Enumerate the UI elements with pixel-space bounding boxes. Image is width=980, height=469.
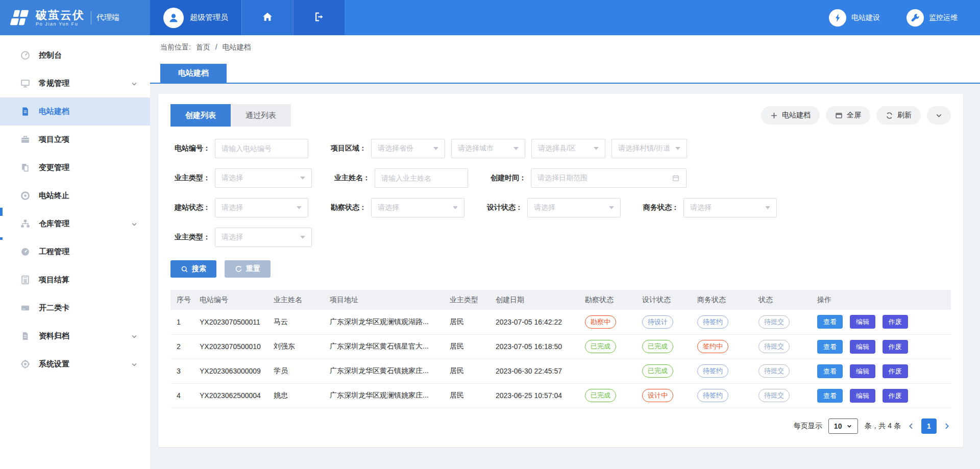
owner-name-input[interactable] xyxy=(375,168,468,188)
per-page-select[interactable]: 10 xyxy=(828,418,859,434)
status-badge: 设计中 xyxy=(642,389,673,402)
edit-button[interactable]: 编辑 xyxy=(850,389,875,403)
col-header: 业主类型 xyxy=(444,290,489,310)
search-icon xyxy=(181,265,188,273)
sidebar-item-label: 项目立项 xyxy=(39,135,69,144)
sidebar-item-station-termination[interactable]: 电站终止 xyxy=(0,182,150,210)
station-no-input[interactable] xyxy=(215,139,308,158)
invalidate-button[interactable]: 作废 xyxy=(883,364,908,378)
status-badge: 已完成 xyxy=(642,364,673,378)
logout-button[interactable] xyxy=(293,0,345,35)
chevron-down-icon xyxy=(131,333,138,340)
breadcrumb-separator: / xyxy=(215,43,217,51)
page-tab-station-archive[interactable]: 电站建档 xyxy=(160,64,227,83)
date-range-input[interactable]: 请选择日期范围 xyxy=(531,168,687,188)
portal-label: 代理端 xyxy=(96,13,119,22)
col-header: 序号 xyxy=(170,290,193,310)
fullscreen-button[interactable]: 全屏 xyxy=(826,106,870,125)
sidebar-item-engineering-mgmt[interactable]: 工程管理 xyxy=(0,238,150,266)
sidebar-item-type2-card[interactable]: 开二类卡 xyxy=(0,294,150,322)
collapse-button[interactable] xyxy=(927,106,951,125)
edit-button[interactable]: 编辑 xyxy=(850,315,875,329)
logout-icon xyxy=(313,11,325,24)
nav-label: 监控运维 xyxy=(929,13,958,22)
view-button[interactable]: 查看 xyxy=(817,364,843,378)
toolbar-actions: 电站建档 全屏 刷新 xyxy=(761,106,951,125)
total-count-label: 条，共 4 条 xyxy=(864,422,901,431)
logo[interactable]: 破茧云伏 Po Jian Yun Fu 代理端 xyxy=(0,0,150,35)
document-icon xyxy=(20,107,30,116)
chevron-down-icon xyxy=(131,361,138,368)
status-badge: 已完成 xyxy=(585,389,616,402)
nav-station-construction[interactable]: 电站建设 xyxy=(829,9,880,27)
invalidate-button[interactable]: 作废 xyxy=(883,315,908,329)
nav-monitoring-ops[interactable]: 监控运维 xyxy=(906,9,958,27)
calculator-icon xyxy=(20,275,30,285)
breadcrumb-home-link[interactable]: 首页 xyxy=(196,43,210,51)
sidebar-item-station-archive[interactable]: 电站建档 xyxy=(0,97,150,126)
field-label: 商务状态： xyxy=(639,203,679,212)
sidebar-item-label: 电站建档 xyxy=(39,107,69,116)
tab-passed-list[interactable]: 通过列表 xyxy=(231,104,291,127)
page-number-button[interactable]: 1 xyxy=(921,418,937,434)
sidebar-item-system-settings[interactable]: 系统设置 xyxy=(0,350,150,378)
sidebar-scroll-indicator xyxy=(0,237,3,240)
design-status-select[interactable]: 请选择 xyxy=(527,198,621,217)
col-header: 设计状态 xyxy=(636,290,691,310)
invalidate-button[interactable]: 作废 xyxy=(883,340,908,354)
status-badge: 待提交 xyxy=(758,340,790,353)
user-menu[interactable]: 超级管理员 xyxy=(150,0,241,35)
table-row: 4 YX2023062500004 姚忠 广东深圳龙华区观澜镇姚家庄... 居民… xyxy=(170,383,951,408)
prev-page-button[interactable] xyxy=(907,422,915,430)
refresh-button[interactable]: 刷新 xyxy=(876,106,921,125)
view-button[interactable]: 查看 xyxy=(817,340,843,354)
sidebar-scroll-indicator xyxy=(0,208,3,216)
street-select[interactable]: 请选择村镇/街道 xyxy=(611,139,687,158)
content-area: 当前位置: 首页 / 电站建档 电站建档 创建列表 通过列表 电站建档 xyxy=(150,35,980,469)
divider xyxy=(91,11,91,24)
settings-icon xyxy=(20,359,30,369)
reset-button[interactable]: 重置 xyxy=(225,260,271,278)
per-page-label: 每页显示 xyxy=(794,422,822,431)
business-status-select[interactable]: 请选择 xyxy=(683,198,777,217)
copy-icon xyxy=(20,163,30,172)
view-button[interactable]: 查看 xyxy=(817,389,843,403)
edit-button[interactable]: 编辑 xyxy=(850,364,875,378)
chevron-down-icon xyxy=(935,112,943,119)
col-header: 项目地址 xyxy=(324,290,444,310)
search-button[interactable]: 搜索 xyxy=(170,260,216,278)
tab-create-list[interactable]: 创建列表 xyxy=(170,104,231,127)
sidebar-item-label: 资料归档 xyxy=(39,331,69,341)
top-header: 破茧云伏 Po Jian Yun Fu 代理端 超级管理员 电站建设 xyxy=(0,0,980,35)
district-select[interactable]: 请选择县/区 xyxy=(531,139,605,158)
status-badge: 待签约 xyxy=(697,315,728,329)
view-button[interactable]: 查看 xyxy=(817,315,843,329)
monitor-icon xyxy=(20,79,30,88)
sidebar-item-label: 电站终止 xyxy=(39,191,69,201)
build-status-select[interactable]: 请选择 xyxy=(215,198,308,217)
city-select[interactable]: 请选择城市 xyxy=(451,139,525,158)
status-badge: 签约中 xyxy=(697,340,728,353)
sidebar-item-console[interactable]: 控制台 xyxy=(0,41,150,69)
sidebar-item-warehouse-mgmt[interactable]: 仓库管理 xyxy=(0,210,150,238)
status-badge: 待设计 xyxy=(642,315,673,329)
edit-button[interactable]: 编辑 xyxy=(850,340,875,354)
next-page-button[interactable] xyxy=(943,422,951,430)
owner-type-select[interactable]: 请选择 xyxy=(215,168,312,188)
owner-type2-select[interactable]: 请选择 xyxy=(215,228,312,247)
col-header: 状态 xyxy=(752,290,811,310)
survey-status-select[interactable]: 请选择 xyxy=(371,198,464,217)
province-select[interactable]: 请选择省份 xyxy=(371,139,445,158)
card-icon xyxy=(20,303,30,313)
sidebar-item-project-settlement[interactable]: 项目结算 xyxy=(0,266,150,294)
sidebar-item-general-mgmt[interactable]: 常规管理 xyxy=(0,69,150,97)
sidebar-item-change-mgmt[interactable]: 变更管理 xyxy=(0,154,150,182)
col-header: 业主姓名 xyxy=(267,290,324,310)
home-button[interactable] xyxy=(241,0,293,35)
page-tab-strip: 电站建档 xyxy=(150,59,980,84)
sidebar-item-project-initiation[interactable]: 项目立项 xyxy=(0,126,150,154)
sidebar-item-data-archive[interactable]: 资料归档 xyxy=(0,322,150,350)
create-station-button[interactable]: 电站建档 xyxy=(761,106,820,125)
invalidate-button[interactable]: 作废 xyxy=(883,389,908,403)
breadcrumb-current: 电站建档 xyxy=(222,43,251,51)
